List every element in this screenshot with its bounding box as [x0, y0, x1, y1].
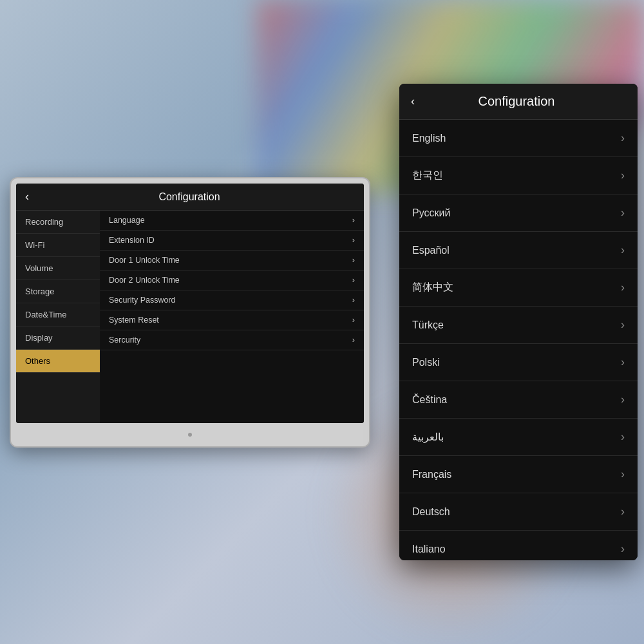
setting-row[interactable]: Door 2 Unlock Time›	[100, 270, 364, 290]
language-row[interactable]: Italiano›	[399, 531, 638, 560]
language-label: Español	[412, 245, 450, 256]
large-config-header: ‹ Configuration	[399, 84, 638, 120]
language-row[interactable]: Español›	[399, 232, 638, 269]
language-label: بالعربية	[412, 431, 444, 443]
language-label: Polski	[412, 357, 440, 368]
setting-row[interactable]: Language›	[100, 211, 364, 231]
nav-item-wi-fi[interactable]: Wi-Fi	[16, 234, 100, 257]
small-device: ‹ Configuration RecordingWi-FiVolumeStor…	[10, 177, 370, 448]
chevron-right-icon: ›	[621, 542, 625, 556]
nav-item-volume[interactable]: Volume	[16, 257, 100, 280]
language-row[interactable]: English›	[399, 120, 638, 157]
language-row[interactable]: 한국인›	[399, 157, 638, 194]
small-config-header: ‹ Configuration	[16, 184, 364, 211]
setting-row[interactable]: Security Password›	[100, 290, 364, 310]
language-label: Deutsch	[412, 506, 450, 518]
chevron-right-icon: ›	[621, 131, 625, 145]
small-config-content: RecordingWi-FiVolumeStorageDate&TimeDisp…	[16, 211, 364, 423]
chevron-right-icon: ›	[621, 468, 625, 481]
chevron-right-icon: ›	[352, 296, 355, 305]
setting-row[interactable]: Door 1 Unlock Time›	[100, 251, 364, 270]
chevron-right-icon: ›	[352, 216, 355, 225]
chevron-right-icon: ›	[621, 393, 625, 406]
language-label: Italiano	[412, 544, 446, 555]
nav-item-date-time[interactable]: Date&Time	[16, 303, 100, 327]
language-label: Türkçe	[412, 319, 444, 331]
setting-row[interactable]: Sercurity›	[100, 330, 364, 350]
language-row[interactable]: Polski›	[399, 344, 638, 381]
chevron-right-icon: ›	[352, 276, 355, 285]
language-row[interactable]: بالعربية›	[399, 419, 638, 456]
chevron-right-icon: ›	[352, 316, 355, 325]
setting-row[interactable]: Extension ID›	[100, 231, 364, 251]
chevron-right-icon: ›	[621, 243, 625, 257]
language-row[interactable]: Deutsch›	[399, 493, 638, 531]
device-dot	[188, 433, 192, 437]
language-row[interactable]: Čeština›	[399, 381, 638, 419]
language-row[interactable]: 简体中文›	[399, 269, 638, 307]
chevron-right-icon: ›	[621, 355, 625, 369]
small-settings-right: Language›Extension ID›Door 1 Unlock Time…	[100, 211, 364, 423]
chevron-right-icon: ›	[621, 505, 625, 518]
language-label: English	[412, 133, 446, 144]
small-device-screen: ‹ Configuration RecordingWi-FiVolumeStor…	[16, 184, 364, 423]
chevron-right-icon: ›	[621, 430, 625, 444]
language-row[interactable]: Русский›	[399, 194, 638, 232]
chevron-right-icon: ›	[621, 169, 625, 182]
nav-item-others[interactable]: Others	[16, 350, 100, 373]
small-device-bottom	[11, 423, 369, 446]
large-back-button[interactable]: ‹	[411, 95, 415, 108]
small-back-button[interactable]: ‹	[25, 190, 29, 204]
nav-item-recording[interactable]: Recording	[16, 211, 100, 234]
chevron-right-icon: ›	[352, 336, 355, 345]
nav-item-display[interactable]: Display	[16, 327, 100, 350]
small-config-title: Configuration	[37, 191, 342, 203]
chevron-right-icon: ›	[352, 236, 355, 245]
chevron-right-icon: ›	[621, 206, 625, 220]
language-label: 한국인	[412, 169, 443, 182]
language-label: 简体中文	[412, 281, 453, 294]
chevron-right-icon: ›	[621, 318, 625, 332]
large-config-title: Configuration	[422, 94, 611, 109]
chevron-right-icon: ›	[352, 256, 355, 265]
chevron-right-icon: ›	[621, 281, 625, 294]
nav-item-storage[interactable]: Storage	[16, 280, 100, 303]
language-list: English›한국인›Русский›Español›简体中文›Türkçe›…	[399, 120, 638, 560]
language-row[interactable]: Français›	[399, 456, 638, 493]
language-label: Русский	[412, 207, 450, 219]
large-device: ‹ Configuration English›한국인›Русский›Espa…	[399, 84, 638, 560]
small-nav-left: RecordingWi-FiVolumeStorageDate&TimeDisp…	[16, 211, 100, 423]
language-label: Français	[412, 469, 451, 480]
language-label: Čeština	[412, 394, 447, 406]
setting-row[interactable]: System Reset›	[100, 310, 364, 330]
language-row[interactable]: Türkçe›	[399, 307, 638, 344]
